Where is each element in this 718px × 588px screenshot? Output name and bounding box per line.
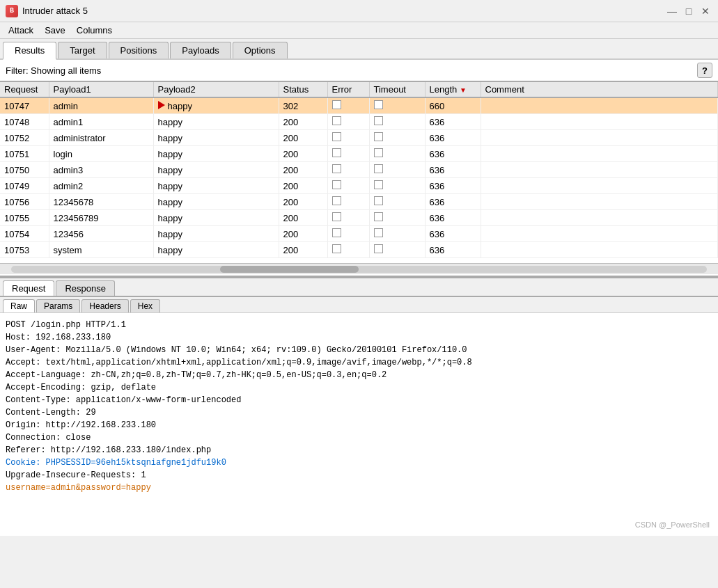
cell-request: 10747 [0, 97, 49, 114]
menu-save[interactable]: Save [39, 24, 71, 37]
results-table-container: Request Payload1 Payload2 Status Error T… [0, 82, 718, 277]
error-checkbox[interactable] [332, 100, 341, 109]
table-row[interactable]: 10747adminhappy302660 [0, 97, 718, 114]
menu-columns[interactable]: Columns [71, 24, 118, 37]
table-row[interactable]: 10752administratorhappy200636 [0, 130, 718, 146]
error-checkbox[interactable] [332, 212, 341, 221]
cell-error [327, 194, 369, 210]
col-header-payload2[interactable]: Payload2 [153, 82, 279, 97]
error-checkbox[interactable] [332, 116, 341, 125]
cell-comment [481, 130, 718, 146]
help-button[interactable]: ? [697, 63, 712, 78]
scroll-track [11, 266, 707, 273]
horizontal-scrollbar[interactable] [0, 263, 718, 274]
scroll-thumb [220, 266, 359, 273]
menu-attack[interactable]: Attack [3, 24, 39, 37]
content-tab-hex[interactable]: Hex [130, 299, 160, 312]
cell-payload2: happy [153, 194, 279, 210]
content-tab-params[interactable]: Params [36, 299, 80, 312]
row-arrow-icon [158, 101, 165, 109]
error-checkbox[interactable] [332, 228, 341, 237]
table-row[interactable]: 10755123456789happy200636 [0, 210, 718, 226]
col-header-request[interactable]: Request [0, 82, 49, 97]
error-checkbox[interactable] [332, 196, 341, 205]
cell-length: 636 [425, 114, 481, 130]
cell-length: 636 [425, 226, 481, 242]
timeout-checkbox[interactable] [374, 180, 383, 189]
error-checkbox[interactable] [332, 132, 341, 141]
watermark: CSDN @_PowerShell [635, 519, 710, 531]
cell-request: 10754 [0, 226, 49, 242]
cell-request: 10753 [0, 242, 49, 258]
http-line: Accept: text/html,application/xhtml+xml,… [6, 356, 712, 369]
col-header-status[interactable]: Status [279, 82, 327, 97]
table-row[interactable]: 1075612345678happy200636 [0, 194, 718, 210]
timeout-checkbox[interactable] [374, 228, 383, 237]
table-row[interactable]: 10753systemhappy200636 [0, 242, 718, 258]
minimize-button[interactable]: — [665, 4, 679, 18]
cell-comment [481, 242, 718, 258]
cell-error [327, 210, 369, 226]
tab-options[interactable]: Options [233, 42, 288, 58]
timeout-checkbox[interactable] [374, 116, 383, 125]
timeout-checkbox[interactable] [374, 132, 383, 141]
table-row[interactable]: 10750admin3happy200636 [0, 162, 718, 178]
cell-timeout [369, 242, 425, 258]
table-scroll-area[interactable]: Request Payload1 Payload2 Status Error T… [0, 82, 718, 263]
error-checkbox[interactable] [332, 148, 341, 157]
tab-request[interactable]: Request [3, 280, 54, 296]
cell-status: 200 [279, 114, 327, 130]
cell-comment [481, 194, 718, 210]
http-line: Origin: http://192.168.233.180 [6, 419, 712, 431]
table-row[interactable]: 10748admin1happy200636 [0, 114, 718, 130]
content-tab-headers[interactable]: Headers [81, 299, 128, 312]
col-header-timeout[interactable]: Timeout [369, 82, 425, 97]
cell-length: 636 [425, 130, 481, 146]
cell-error [327, 178, 369, 194]
error-checkbox[interactable] [332, 180, 341, 189]
cell-length: 636 [425, 146, 481, 162]
tab-results[interactable]: Results [3, 42, 56, 60]
window-title: Intruder attack 5 [22, 6, 88, 16]
http-line: username=admin&password=happy [6, 482, 712, 494]
table-row[interactable]: 10751loginhappy200636 [0, 146, 718, 162]
table-row[interactable]: 10749admin2happy200636 [0, 178, 718, 194]
table-header-row: Request Payload1 Payload2 Status Error T… [0, 82, 718, 97]
tab-response[interactable]: Response [56, 280, 115, 296]
cell-comment [481, 210, 718, 226]
table-row[interactable]: 10754123456happy200636 [0, 226, 718, 242]
cell-request: 10751 [0, 146, 49, 162]
timeout-checkbox[interactable] [374, 164, 383, 173]
col-header-length[interactable]: Length ▼ [425, 82, 481, 97]
maximize-button[interactable]: □ [682, 4, 696, 18]
cell-status: 200 [279, 146, 327, 162]
cell-length: 636 [425, 242, 481, 258]
tab-target[interactable]: Target [58, 42, 107, 58]
content-sub-tab-bar: Raw Params Headers Hex [0, 297, 718, 313]
error-checkbox[interactable] [332, 244, 341, 253]
cell-timeout [369, 114, 425, 130]
timeout-checkbox[interactable] [374, 212, 383, 221]
cell-request: 10748 [0, 114, 49, 130]
cell-length: 660 [425, 97, 481, 114]
timeout-checkbox[interactable] [374, 196, 383, 205]
sort-indicator: ▼ [460, 86, 467, 94]
close-button[interactable]: ✕ [699, 4, 712, 18]
cell-timeout [369, 210, 425, 226]
col-header-comment[interactable]: Comment [481, 82, 718, 97]
timeout-checkbox[interactable] [374, 100, 383, 109]
http-line: POST /login.php HTTP/1.1 [6, 319, 712, 331]
content-tab-raw[interactable]: Raw [3, 299, 35, 312]
col-header-payload1[interactable]: Payload1 [49, 82, 153, 97]
cell-comment [481, 97, 718, 114]
cell-request: 10755 [0, 210, 49, 226]
cell-timeout [369, 178, 425, 194]
title-bar: B Intruder attack 5 — □ ✕ [0, 0, 718, 22]
col-header-error[interactable]: Error [327, 82, 369, 97]
cell-timeout [369, 97, 425, 114]
timeout-checkbox[interactable] [374, 244, 383, 253]
tab-positions[interactable]: Positions [109, 42, 169, 58]
tab-payloads[interactable]: Payloads [170, 42, 231, 58]
timeout-checkbox[interactable] [374, 148, 383, 157]
error-checkbox[interactable] [332, 164, 341, 173]
